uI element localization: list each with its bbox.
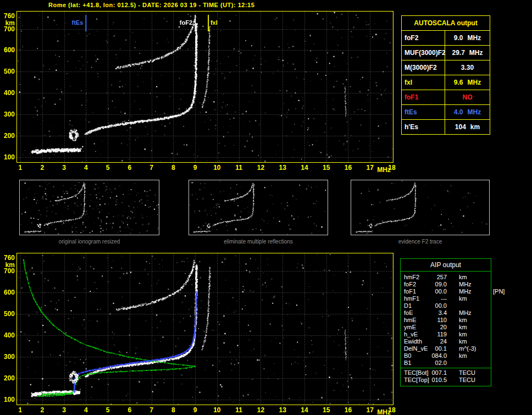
x-axis-tick: 13 [276,164,289,171]
autoscala-row-unit: MHz [469,46,483,60]
x-axis-tick: 7 [146,407,158,413]
x-axis-tick: 1 [14,164,26,171]
autoscala-row-value: 29.7MHz [445,46,490,60]
y-axis-tick: 200 [1,375,15,381]
y-axis-tick: 500 [1,68,15,75]
autoscala-row-unit: MHz [468,105,481,119]
aip-row-value: 110 [429,317,447,324]
autoscala-row-value: 104km [445,120,490,134]
aip-row-extra: [PN] [493,288,505,295]
aip-row-unit [447,359,491,367]
marker-label-fxI: fxI [210,20,218,26]
autoscala-row-foF2: foF29.0MHz [402,31,490,46]
aip-row-hmF1: hmF1---km [401,295,491,302]
aip-row-TEC[Top]: TEC[Top]010.5TECU [401,377,491,384]
aip-row-label: DelN_vE [404,345,429,352]
aip-row-hmF2: hmF2257km [401,274,491,281]
thumbnail-panel-2 [189,180,328,235]
page-title: Rome (lat: +41.8, lon: 012.5) - DATE: 20… [48,2,254,8]
autoscala-row-number: 3.30 [461,60,474,75]
aip-row-value: 00.0 [429,288,447,295]
autoscala-row-value: 9.0MHz [445,31,490,45]
x-axis-tick: 2 [36,164,48,171]
marker-label-ftEs: ftEs [60,20,83,26]
x-axis-tick: 12 [254,164,267,171]
y-axis-tick: 760 [1,13,15,19]
autoscala-row-label: MUF(3000)F2 [402,46,445,60]
x-axis-tick: 10 [211,164,223,171]
aip-row-value: 02.0 [429,359,447,367]
aip-row-D1: D100.0 [401,302,491,309]
autoscala-row-label: foF1 [402,90,445,104]
aip-row-unit: km [447,324,491,331]
x-axis-tick: 5 [102,407,114,413]
aip-row-value: 010.5 [429,377,447,384]
x-axis-tick: 6 [124,164,136,171]
x-axis-tick: 13 [276,407,289,413]
y-axis-tick: 200 [1,132,15,139]
thumbnail-canvas-3 [351,180,489,235]
x-axis-tick: 12 [254,407,267,413]
thumbnail-canvas-2 [189,180,328,235]
autoscala-row-M(3000)F2: M(3000)F23.30 [402,60,490,75]
aip-row-B0: B0084.0km [401,352,491,359]
y-axis-unit: km [1,20,15,26]
thumbnail-caption-2: eliminate multiple reflections [189,239,328,245]
aip-row-Ewidth: Ewidth24km [401,338,491,345]
aip-table-separator [401,368,491,368]
aip-row-value: 24 [429,338,447,345]
autoscala-row-unit: km [470,120,480,134]
aip-row-value: --- [429,295,447,302]
aip-row-ymE: ymE20km [401,324,491,331]
aip-row-value: 00.1 [429,345,447,352]
aip-row-label: ymE [404,324,429,331]
aip-row-label: Ewidth [404,338,429,345]
aip-row-unit: km [447,338,491,345]
autoscala-table-header: AUTOSCALA output [402,16,490,31]
autoscala-row-number: 9.0 [454,31,463,45]
x-axis-tick: 1 [14,407,26,413]
autoscala-screen: { "title": "Rome (lat: +41.8, lon: 012.5… [0,0,532,415]
y-axis-tick: 300 [1,111,15,118]
y-axis-tick: 100 [1,396,15,403]
aip-table-header: AIP output [401,259,491,272]
y-axis-tick: 500 [1,311,15,317]
x-axis-tick: 9 [189,407,201,413]
aip-row-value: 084.0 [429,352,447,359]
aip-row-hmE: hmE110km [401,317,491,324]
y-axis-tick: 600 [1,289,15,296]
aip-row-unit: MHz [447,281,491,288]
aip-row-label: hmE [404,317,429,324]
aip-row-unit: km [447,317,491,324]
autoscala-row-label: fxI [402,75,445,90]
autoscala-row-unit: MHz [468,75,481,90]
autoscala-row-number: 4.0 [454,105,463,119]
aip-row-unit: km [447,295,491,302]
autoscala-row-label: foF2 [402,31,445,45]
y-axis-tick: 300 [1,353,15,360]
x-axis-tick: 16 [342,164,354,171]
aip-row-label: B0 [404,352,429,359]
x-axis-tick: 3 [58,407,70,413]
thumbnail-panel-1 [19,180,159,235]
x-axis-tick: 4 [80,407,92,413]
aip-row-label: TEC[Bot] [404,369,429,377]
aip-row-value: 09.0 [429,281,447,288]
x-axis-tick: 14 [298,164,311,171]
aip-row-B1: B102.0 [401,359,491,367]
bottom-ionogram-canvas [17,253,393,405]
autoscala-row-MUF(3000)F2: MUF(3000)F229.7MHz [402,46,490,60]
y-axis-tick: 400 [1,90,15,96]
thumbnail-caption-1: original ionogram resized [19,239,159,245]
aip-row-unit: TECU [447,369,491,377]
aip-row-unit: km [447,274,491,281]
aip-row-label: foF1 [404,288,429,295]
autoscala-row-h'Es: h'Es104km [402,120,490,134]
aip-row-label: D1 [404,302,429,309]
aip-row-label: B1 [404,359,429,367]
autoscala-row-number: 104 [455,120,466,134]
x-axis-tick: 16 [342,407,354,413]
x-axis-tick: 11 [233,407,245,413]
y-axis-tick: 100 [1,154,15,161]
x-axis-tick: 8 [167,164,179,171]
